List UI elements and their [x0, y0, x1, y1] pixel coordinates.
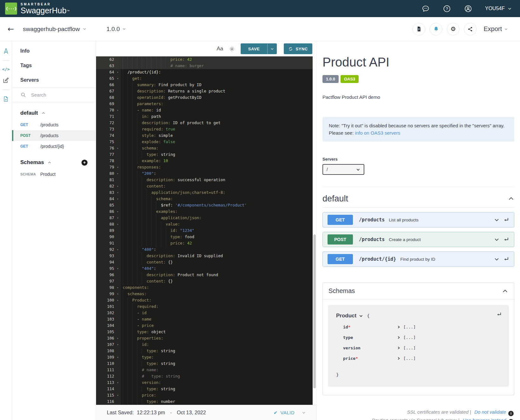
user-account-icon[interactable] [464, 4, 472, 13]
do-not-validate-link[interactable]: Do not validate [474, 409, 506, 415]
code-line[interactable]: 81 description: successful operation [96, 177, 313, 183]
code-line[interactable]: 64▾ /product/{id}: [96, 69, 313, 75]
code-line[interactable]: 76▾ schema: [96, 145, 313, 151]
api-designer-icon[interactable] [3, 48, 10, 54]
use-browser-link[interactable]: Use browser instead [463, 417, 506, 420]
code-line[interactable]: 100▾ Product: [96, 297, 313, 303]
code-line[interactable]: 106▾ properties: [96, 335, 313, 341]
chevron-right-icon[interactable] [397, 336, 400, 339]
oas3-servers-link[interactable]: info on OAS3 servers [355, 130, 400, 136]
fold-arrow-icon[interactable]: ▾ [117, 208, 119, 215]
share-button[interactable] [464, 23, 477, 35]
code-line[interactable]: 93 description: Invalid ID supplied [96, 253, 313, 259]
info-icon[interactable]: i [508, 411, 514, 416]
code-line[interactable]: 91 price: 42 [96, 240, 313, 246]
edit-icon[interactable] [3, 77, 9, 84]
operation-row[interactable]: GET/product/{id}Find product by ID [322, 251, 514, 267]
code-line[interactable]: 62 price: 42 [96, 56, 313, 63]
code-line[interactable]: 102 - id [96, 310, 313, 316]
code-line[interactable]: 104 - price [96, 322, 313, 329]
fold-arrow-icon[interactable]: ▾ [117, 297, 119, 303]
save-options-caret[interactable] [267, 43, 277, 54]
code-line[interactable]: 65▾ get: [96, 75, 313, 82]
code-line[interactable]: 101 required: [96, 303, 313, 310]
documentation-icon[interactable] [3, 96, 9, 102]
code-line[interactable]: 105 type: object [96, 329, 313, 335]
code-line[interactable]: 66 summary: Find product by ID [96, 82, 313, 88]
fold-arrow-icon[interactable]: ▾ [117, 183, 119, 189]
fold-arrow-icon[interactable]: ▾ [117, 335, 119, 341]
code-line[interactable]: 108 type: string [96, 348, 313, 354]
chevron-right-icon[interactable] [397, 357, 400, 360]
code-editor-icon[interactable]: </> [2, 67, 10, 72]
operation-row[interactable]: GET/productsList all products [322, 212, 514, 227]
fold-arrow-icon[interactable]: ▾ [117, 170, 119, 177]
fold-arrow-icon[interactable]: ▾ [117, 196, 119, 202]
fold-arrow-icon[interactable]: ▾ [117, 75, 119, 82]
search-input[interactable] [30, 92, 84, 98]
try-it-return-icon[interactable] [503, 236, 509, 243]
chat-feedback-icon[interactable] [421, 4, 430, 13]
property-value[interactable]: [...] [397, 346, 416, 350]
code-line[interactable]: 83▾ application/json;charset=utf-8: [96, 189, 313, 196]
fold-arrow-icon[interactable]: ▾ [117, 392, 119, 398]
info-icon[interactable]: i [508, 419, 514, 420]
sidebar-item-info[interactable]: Info [12, 44, 96, 58]
property-value[interactable]: [...] [397, 335, 416, 340]
sidebar-section-schemas[interactable]: Schemas + [12, 156, 96, 169]
code-line[interactable]: 96 description: Product not found [96, 272, 313, 278]
code-line[interactable]: 70▾ - name: id [96, 107, 313, 113]
export-dropdown[interactable]: Export [484, 25, 508, 33]
code-line[interactable]: 72 description: ID of product to get [96, 120, 313, 126]
fold-arrow-icon[interactable]: ▾ [117, 221, 119, 227]
version-dropdown[interactable]: 1.0.0 [107, 26, 126, 33]
chevron-down-icon[interactable] [494, 217, 499, 223]
fold-arrow-icon[interactable]: ▾ [117, 265, 119, 272]
code-line[interactable]: 80▾ "200": [96, 170, 313, 177]
model-return-icon[interactable] [496, 311, 502, 317]
code-line[interactable]: 74 style: simple [96, 132, 313, 139]
chevron-down-icon[interactable] [359, 314, 363, 318]
chevron-up-icon[interactable] [508, 195, 514, 202]
swaggerhub-logo-icon[interactable]: {···} [5, 3, 17, 15]
code-line[interactable]: 97 content: {} [96, 278, 313, 284]
code-line[interactable]: 67 description: Returns a single product [96, 88, 313, 94]
server-select[interactable]: / [322, 164, 364, 175]
model-title-row[interactable]: Product { [333, 313, 501, 319]
editor-scrollbar[interactable] [313, 56, 316, 405]
theme-toggle-sun-icon[interactable] [229, 46, 235, 52]
property-value[interactable]: [...] [397, 356, 416, 361]
fold-arrow-icon[interactable]: ▾ [117, 189, 119, 196]
code-line[interactable]: 115▾ price: [96, 392, 313, 398]
code-line[interactable]: 63 # name: burger [96, 63, 313, 69]
fold-arrow-icon[interactable]: ▾ [117, 215, 119, 221]
chevron-down-icon[interactable] [302, 411, 306, 415]
fold-arrow-icon[interactable]: ▾ [117, 164, 119, 170]
sidebar-schema-item[interactable]: SCHEMAProduct [12, 169, 96, 180]
fold-arrow-icon[interactable]: ▾ [117, 291, 119, 297]
fold-arrow-icon[interactable]: ▾ [117, 246, 119, 253]
back-button[interactable]: ← [8, 25, 14, 34]
code-line[interactable]: 99▾ schemas: [96, 291, 313, 297]
code-line[interactable]: 90 type: food [96, 234, 313, 240]
schemas-header[interactable]: Schemas [323, 283, 514, 299]
code-line[interactable]: 109▾ type: [96, 354, 313, 360]
code-line[interactable]: 78 example: 10 [96, 158, 313, 164]
chevron-right-icon[interactable] [397, 346, 400, 350]
fold-arrow-icon[interactable]: ▾ [117, 107, 119, 113]
sidebar-operation-item[interactable]: GET/products [12, 119, 96, 130]
code-area[interactable]: 62 price: 4263 # name: burger64▾ /produc… [96, 56, 313, 405]
code-line[interactable]: 110 type: string [96, 360, 313, 367]
fold-arrow-icon[interactable]: ▾ [117, 69, 119, 75]
code-line[interactable]: 88▾ value: [96, 221, 313, 227]
sidebar-operation-item[interactable]: GET/product/{id} [12, 141, 96, 152]
code-line[interactable]: 73 required: true [96, 126, 313, 132]
fold-arrow-icon[interactable]: ▾ [117, 341, 119, 348]
code-line[interactable]: 77 type: string [96, 151, 313, 158]
scrollbar-thumb[interactable] [313, 234, 316, 388]
help-icon[interactable]: ? [443, 4, 451, 13]
search-box[interactable] [12, 87, 96, 102]
code-line[interactable]: 69 parameters: [96, 101, 313, 107]
code-line[interactable]: 79▾ responses: [96, 164, 313, 170]
font-size-button[interactable]: Aa [217, 46, 223, 52]
